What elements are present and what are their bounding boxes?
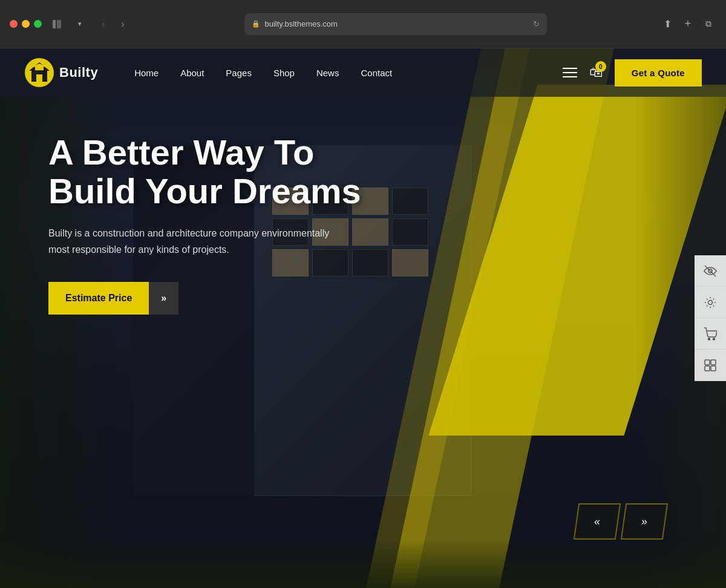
new-tab-icon[interactable]: + xyxy=(680,16,696,32)
navbar: Builty Home About Pages Shop News Contac… xyxy=(0,48,726,97)
eye-slash-icon[interactable] xyxy=(695,255,726,287)
svg-point-8 xyxy=(708,300,713,304)
slider-next-button[interactable]: » xyxy=(621,503,668,540)
slider-prev-button[interactable]: « xyxy=(574,503,621,540)
minimize-button[interactable] xyxy=(22,20,30,28)
get-quote-button[interactable]: Get a Quote xyxy=(615,59,702,87)
website-container: Builty Home About Pages Shop News Contac… xyxy=(0,48,726,588)
back-arrow-icon[interactable]: ‹ xyxy=(95,16,112,33)
nav-shop[interactable]: Shop xyxy=(273,68,295,78)
refresh-icon[interactable]: ↻ xyxy=(533,19,540,28)
svg-rect-11 xyxy=(705,360,710,365)
nav-news[interactable]: News xyxy=(316,68,339,78)
svg-rect-14 xyxy=(711,366,716,371)
hero-content: A Better Way To Build Your Dreams Builty… xyxy=(48,133,424,315)
grid-layout-icon[interactable] xyxy=(695,350,726,381)
hamburger-menu-icon[interactable] xyxy=(563,68,577,77)
svg-rect-0 xyxy=(53,20,56,28)
tabs-icon[interactable]: ⧉ xyxy=(701,16,716,32)
nav-contact[interactable]: Contact xyxy=(361,68,392,78)
hero-title: A Better Way To Build Your Dreams xyxy=(48,133,424,211)
cart-button[interactable]: 🛍 0 xyxy=(589,65,603,80)
shopping-cart-icon[interactable] xyxy=(695,318,726,350)
nav-pages[interactable]: Pages xyxy=(226,68,252,78)
slider-navigation: « » xyxy=(576,503,666,540)
nav-about[interactable]: About xyxy=(180,68,204,78)
forward-arrow-icon[interactable]: › xyxy=(114,16,131,33)
estimate-arrow-icon: » xyxy=(149,282,178,315)
maximize-button[interactable] xyxy=(34,20,42,28)
traffic-lights xyxy=(10,20,42,28)
sidebar-toggle-icon[interactable] xyxy=(49,16,65,32)
nav-actions: 🛍 0 Get a Quote xyxy=(563,59,702,87)
browser-actions: ⬆ + ⧉ xyxy=(659,16,716,32)
close-button[interactable] xyxy=(10,20,18,28)
nav-links: Home About Pages Shop News Contact xyxy=(134,68,563,78)
url-display: builty.bslthemes.com xyxy=(265,19,338,28)
estimate-price-button[interactable]: Estimate Price » xyxy=(48,282,178,315)
lock-icon: 🔒 xyxy=(252,20,260,28)
ground-overlay xyxy=(0,540,726,588)
browser-chrome: ▾ ‹ › 🔒 builty.bslthemes.com ↻ ⬆ + ⧉ xyxy=(0,0,726,48)
svg-point-10 xyxy=(713,338,715,340)
nav-arrows: ‹ › xyxy=(95,16,131,33)
address-bar[interactable]: 🔒 builty.bslthemes.com ↻ xyxy=(244,13,547,35)
logo-link[interactable]: Builty xyxy=(24,57,98,88)
chevron-down-icon[interactable]: ▾ xyxy=(72,16,88,32)
logo-text: Builty xyxy=(59,65,98,80)
logo-icon xyxy=(24,57,54,88)
svg-rect-13 xyxy=(705,366,710,371)
svg-rect-12 xyxy=(711,360,716,365)
nav-home[interactable]: Home xyxy=(134,68,159,78)
estimate-label: Estimate Price xyxy=(48,282,149,315)
cart-count-badge: 0 xyxy=(595,61,606,72)
hero-description: Builty is a construction and architectur… xyxy=(48,225,339,258)
share-icon[interactable]: ⬆ xyxy=(659,16,675,32)
gear-icon[interactable] xyxy=(695,287,726,318)
svg-rect-4 xyxy=(36,74,42,82)
svg-point-9 xyxy=(708,338,710,340)
svg-rect-1 xyxy=(57,20,61,28)
sidebar-icon-panel xyxy=(695,255,726,381)
